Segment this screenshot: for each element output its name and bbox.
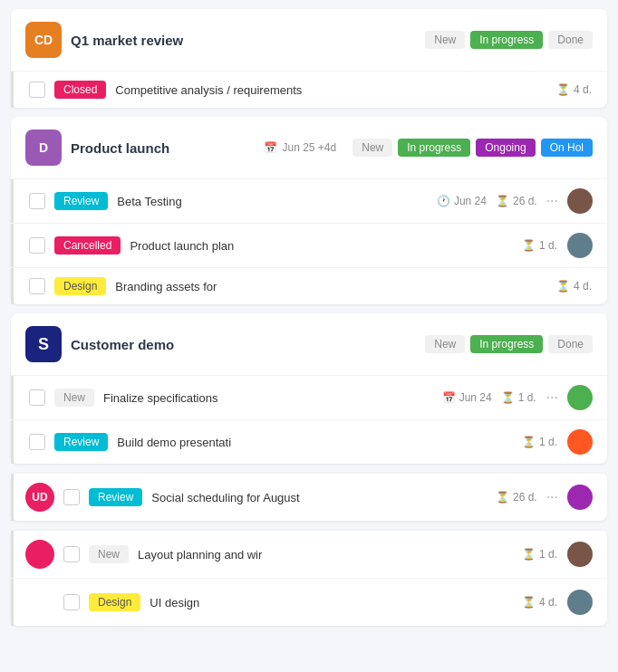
task-status-new[interactable]: New xyxy=(89,545,129,563)
task-avatar xyxy=(567,485,593,510)
task-checkbox[interactable] xyxy=(29,82,45,98)
more-button[interactable]: ··· xyxy=(546,489,558,505)
task-status-review[interactable]: Review xyxy=(89,488,142,506)
task-name: Branding assets for xyxy=(115,280,547,293)
project-layout-planning: New Layout planning and wir ⏳ 1 d. Desig… xyxy=(11,530,607,626)
task-avatar xyxy=(567,233,593,258)
tag-new[interactable]: New xyxy=(352,139,392,157)
task-duration: ⏳ 1 d. xyxy=(522,548,558,561)
task-avatar xyxy=(567,385,593,410)
task-row: UD Review Social scheduling for August ⏳… xyxy=(11,473,607,521)
task-checkbox[interactable] xyxy=(29,193,45,209)
tag-new[interactable]: New xyxy=(425,31,465,49)
project-avatar: UD xyxy=(25,483,54,512)
task-duration: ⏳ 26 d. xyxy=(496,491,537,504)
project-header: CD Q1 market review New In progress Done xyxy=(11,9,607,71)
hourglass-icon: ⏳ xyxy=(501,391,515,404)
task-row: New Finalize specifications 📅 Jun 24 ⏳ 1… xyxy=(11,375,607,419)
project-date: Jun 25 +4d xyxy=(283,141,337,154)
user-avatar xyxy=(25,540,54,569)
task-status-design[interactable]: Design xyxy=(89,593,140,611)
spacer xyxy=(25,588,54,617)
task-duration: ⏳ 1 d. xyxy=(522,239,558,252)
project-q1-market-review: CD Q1 market review New In progress Done… xyxy=(11,9,607,108)
task-checkbox[interactable] xyxy=(63,594,80,610)
project-header: S Customer demo New In progress Done xyxy=(11,313,607,375)
task-duration: ⏳ 1 d. xyxy=(522,436,558,448)
task-row: Design Branding assets for ⏳ 4 d. xyxy=(11,267,607,304)
task-name: UI design xyxy=(150,596,513,610)
calendar-icon: 📅 xyxy=(264,141,277,154)
project-meta: 📅 Jun 25 +4d xyxy=(264,141,337,154)
task-name: Finalize specifications xyxy=(103,391,433,405)
task-date: 🕐 Jun 24 xyxy=(437,195,487,207)
task-name: Competitive analysis / requirements xyxy=(115,83,547,97)
task-duration: ⏳ 4 d. xyxy=(522,596,558,609)
task-row: Review Beta Testing 🕐 Jun 24 ⏳ 26 d. ··· xyxy=(11,178,607,223)
task-avatar xyxy=(567,429,593,455)
task-avatar xyxy=(567,542,593,567)
hourglass-icon: ⏳ xyxy=(522,239,536,252)
task-status-cancelled[interactable]: Cancelled xyxy=(54,236,121,254)
tag-done[interactable]: Done xyxy=(548,31,593,49)
task-name: Beta Testing xyxy=(117,195,428,208)
project-product-launch: D Product launch 📅 Jun 25 +4d New In pro… xyxy=(11,117,607,304)
hourglass-icon: ⏳ xyxy=(522,436,536,448)
task-avatar xyxy=(567,188,593,214)
project-avatar: D xyxy=(25,130,62,166)
task-duration: ⏳ 1 d. xyxy=(501,391,537,404)
task-duration: ⏳ 26 d. xyxy=(496,195,537,207)
task-row: Review Build demo presentati ⏳ 1 d. xyxy=(11,419,607,464)
tag-new[interactable]: New xyxy=(425,335,465,353)
hourglass-icon: ⏳ xyxy=(556,83,570,96)
task-checkbox[interactable] xyxy=(29,389,45,406)
project-social-scheduling: UD Review Social scheduling for August ⏳… xyxy=(11,473,607,521)
task-avatar xyxy=(567,590,593,615)
project-title: Product launch xyxy=(71,140,255,156)
project-customer-demo: S Customer demo New In progress Done New… xyxy=(11,313,607,464)
project-avatar: CD xyxy=(25,22,62,58)
task-name: Layout planning and wir xyxy=(138,548,513,562)
project-title: Customer demo xyxy=(71,337,416,352)
tag-inprogress[interactable]: In progress xyxy=(470,31,543,49)
project-status-tags: New In progress Ongoing On Hol xyxy=(352,139,593,157)
task-checkbox[interactable] xyxy=(63,546,80,562)
task-status-closed[interactable]: Closed xyxy=(54,81,106,99)
hourglass-icon: ⏳ xyxy=(496,491,509,504)
task-row: Design UI design ⏳ 4 d. xyxy=(11,578,607,626)
project-title: Q1 market review xyxy=(71,33,416,48)
tag-inprogress[interactable]: In progress xyxy=(470,335,543,353)
more-button[interactable]: ··· xyxy=(546,193,558,209)
task-checkbox[interactable] xyxy=(63,489,80,505)
task-checkbox[interactable] xyxy=(29,434,45,450)
task-row: Cancelled Product launch plan ⏳ 1 d. xyxy=(11,223,607,267)
calendar-icon: 📅 xyxy=(442,391,456,404)
task-duration: ⏳ 4 d. xyxy=(556,280,593,293)
hourglass-icon: ⏳ xyxy=(496,195,509,207)
hourglass-icon: ⏳ xyxy=(522,548,536,561)
tag-onhold[interactable]: On Hol xyxy=(541,139,593,157)
task-status-review[interactable]: Review xyxy=(54,192,108,210)
task-name: Social scheduling for August xyxy=(151,491,487,504)
task-status-new[interactable]: New xyxy=(54,389,94,407)
hourglass-icon: ⏳ xyxy=(522,596,536,609)
task-row: New Layout planning and wir ⏳ 1 d. xyxy=(11,530,607,578)
task-checkbox[interactable] xyxy=(29,278,45,294)
task-status-design[interactable]: Design xyxy=(54,277,106,295)
task-checkbox[interactable] xyxy=(29,237,45,254)
project-status-tags: New In progress Done xyxy=(425,31,593,49)
more-button[interactable]: ··· xyxy=(546,389,558,406)
project-header: D Product launch 📅 Jun 25 +4d New In pro… xyxy=(11,117,607,178)
tag-done[interactable]: Done xyxy=(548,335,593,353)
task-name: Build demo presentati xyxy=(117,436,513,449)
hourglass-icon: ⏳ xyxy=(556,280,570,293)
task-status-review[interactable]: Review xyxy=(54,433,108,451)
tag-ongoing[interactable]: Ongoing xyxy=(476,139,535,157)
project-avatar: S xyxy=(25,326,62,362)
task-row: Closed Competitive analysis / requiremen… xyxy=(11,71,607,108)
project-status-tags: New In progress Done xyxy=(425,335,593,353)
task-duration: ⏳ 4 d. xyxy=(556,83,593,96)
task-date: 📅 Jun 24 xyxy=(442,391,492,404)
task-name: Product launch plan xyxy=(130,239,513,253)
tag-inprogress[interactable]: In progress xyxy=(398,139,470,157)
